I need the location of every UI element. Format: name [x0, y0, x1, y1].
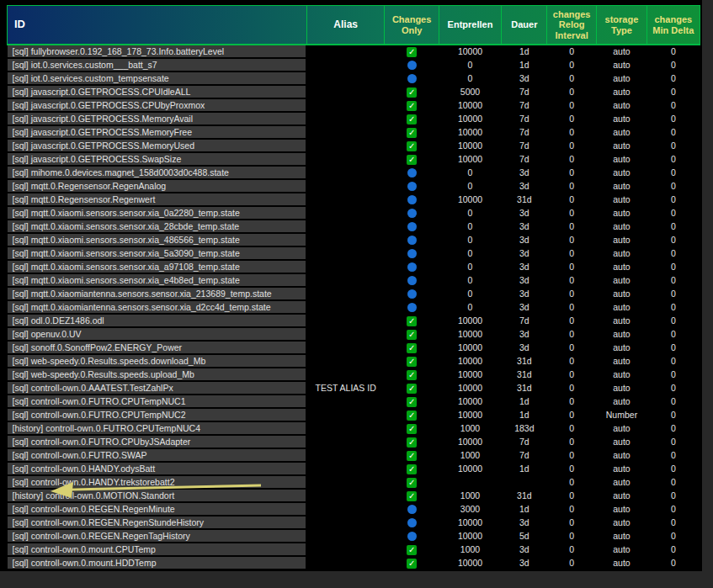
enabled-check-icon[interactable]: ✓ [407, 155, 417, 165]
enabled-check-icon[interactable]: ✓ [407, 384, 417, 394]
table-row[interactable]: [sql] javascript.0.GETPROCESS.CPUIdleALL… [8, 85, 700, 98]
enabled-check-icon[interactable]: ✓ [407, 141, 417, 151]
enabled-dot-icon[interactable] [407, 262, 417, 272]
table-row[interactable]: [sql] javascript.0.GETPROCESS.MemoryAvai… [8, 112, 700, 125]
enabled-dot-icon[interactable] [407, 209, 417, 218]
page: ID Alias Changes Only Entprellen Dauer c… [0, 0, 713, 588]
table-row[interactable]: [sql] controll-own.0.AAATEST.TestZahlPxT… [8, 381, 700, 395]
enabled-dot-icon[interactable] [407, 168, 417, 177]
table-row[interactable]: [sql] controll-own.0.REGEN.RegenStundeHi… [8, 516, 700, 529]
table-row[interactable]: [sql] odl.0.DEZ1486.odl✓100007d0auto0 [8, 314, 700, 327]
enabled-check-icon[interactable]: ✓ [407, 330, 417, 340]
enabled-dot-icon[interactable] [407, 222, 417, 231]
storage-type-cell: auto [596, 381, 646, 395]
enabled-check-icon[interactable]: ✓ [407, 451, 417, 461]
table-row[interactable]: [sql] javascript.0.GETPROCESS.MemoryUsed… [8, 139, 700, 152]
datapoint-id: [sql] javascript.0.GETPROCESS.MemoryFree [8, 125, 307, 139]
enabled-check-icon[interactable]: ✓ [407, 464, 417, 474]
enabled-check-icon[interactable]: ✓ [407, 316, 417, 326]
table-row[interactable]: [sql] controll-own.0.FUTRO.CPUbyJSAdapte… [8, 435, 700, 448]
table-row[interactable]: [sql] iot.0.services.custom_tempsensate0… [8, 72, 700, 85]
table-row[interactable]: [sql] fullybrowser.0.192_168_178_73.Info… [8, 45, 700, 58]
enabled-dot-icon[interactable] [407, 276, 417, 285]
table-row[interactable]: [sql] controll-own.0.REGEN.RegenTagHisto… [8, 529, 700, 543]
enabled-dot-icon[interactable] [407, 518, 417, 527]
changes-only-cell [385, 516, 439, 529]
enabled-check-icon[interactable]: ✓ [407, 491, 417, 501]
entprellen-cell: 10000 [439, 462, 501, 475]
dauer-cell: 3d [502, 220, 547, 233]
entprellen-cell: 10000 [439, 112, 501, 125]
table-row[interactable]: [sql] mqtt.0.xiaomi.sensors.sensor.xia_a… [8, 260, 700, 273]
table-row[interactable]: [sql] mqtt.0.xiaomi.sensors.sensor.xia_2… [8, 220, 700, 233]
enabled-check-icon[interactable]: ✓ [407, 437, 417, 448]
enabled-check-icon[interactable]: ✓ [407, 478, 417, 488]
enabled-dot-icon[interactable] [407, 236, 417, 245]
enabled-dot-icon[interactable] [407, 289, 417, 299]
datapoint-id: [sql] mqtt.0.xiaomi.sensors.sensor.xia_a… [8, 260, 307, 273]
table-row[interactable]: [sql] mqtt.0.xiaomiantenna.sensors.senso… [8, 300, 700, 314]
table-row[interactable]: [sql] web-speedy.0.Results.speeds.downlo… [8, 354, 700, 368]
enabled-check-icon[interactable]: ✓ [407, 424, 417, 434]
enabled-dot-icon[interactable] [407, 61, 417, 70]
enabled-check-icon[interactable]: ✓ [407, 128, 417, 138]
table-row[interactable]: [sql] javascript.0.GETPROCESS.SwapSize✓1… [8, 152, 700, 166]
table-row[interactable]: [sql] javascript.0.GETPROCESS.MemoryFree… [8, 125, 700, 139]
table-row[interactable]: [sql] controll-own.0.HANDY.odysBatt✓1000… [8, 462, 700, 475]
table-row[interactable]: [sql] javascript.0.GETPROCESS.CPUbyProxm… [8, 98, 700, 112]
dauer-cell: 31d [502, 354, 547, 368]
enabled-dot-icon[interactable] [407, 182, 417, 191]
enabled-check-icon[interactable]: ✓ [407, 47, 417, 57]
table-row[interactable]: [sql] iot.0.services.custom___batt_s701d… [8, 58, 700, 72]
enabled-dot-icon[interactable] [407, 532, 417, 541]
enabled-check-icon[interactable]: ✓ [407, 411, 417, 421]
dauer-cell: 3d [502, 287, 547, 300]
enabled-dot-icon[interactable] [407, 74, 417, 83]
table-row[interactable]: [sql] mqtt.0.xiaomi.sensors.sensor.xia_4… [8, 233, 700, 246]
enabled-check-icon[interactable]: ✓ [407, 357, 417, 367]
table-row[interactable]: [history] controll-own.0.MOTION.Standort… [8, 489, 700, 502]
table-row[interactable]: [sql] controll-own.0.REGEN.RegenMinute30… [8, 502, 700, 516]
storage-type-cell: auto [596, 489, 646, 502]
table-row[interactable]: [sql] controll-own.0.mount.CPUTemp✓10003… [8, 543, 700, 556]
datapoint-id: [sql] mqtt.0.Regensensor.RegenAnalog [8, 179, 307, 193]
table-row[interactable]: [sql] controll-own.0.HANDY.trekstorebatt… [8, 475, 700, 489]
table-row[interactable]: [sql] mqtt.0.xiaomi.sensors.sensor.xia_e… [8, 273, 700, 287]
min-delta-cell: 0 [647, 233, 700, 246]
relog-interval-cell: 0 [547, 556, 596, 569]
table-row[interactable]: [sql] mihome.0.devices.magnet_158d0003d0… [8, 166, 700, 179]
enabled-check-icon[interactable]: ✓ [407, 101, 417, 111]
table-row[interactable]: [sql] mqtt.0.xiaomi.sensors.sensor.xia_0… [8, 206, 700, 220]
enabled-check-icon[interactable]: ✓ [407, 87, 417, 98]
enabled-dot-icon[interactable] [407, 505, 417, 514]
dauer-cell: 5d [502, 529, 547, 543]
enabled-dot-icon[interactable] [407, 303, 417, 312]
alias-cell [306, 327, 385, 341]
table-row[interactable]: [sql] openuv.0.UV✓100003d0auto0 [8, 327, 700, 341]
enabled-check-icon[interactable]: ✓ [407, 114, 417, 124]
relog-interval-cell: 0 [547, 543, 596, 556]
enabled-check-icon[interactable]: ✓ [407, 559, 417, 569]
table-row[interactable]: [sql] controll-own.0.mount.HDDTemp✓10000… [8, 556, 700, 569]
enabled-dot-icon[interactable] [407, 249, 417, 258]
enabled-check-icon[interactable]: ✓ [407, 545, 417, 555]
enabled-check-icon[interactable]: ✓ [407, 370, 417, 380]
enabled-check-icon[interactable]: ✓ [407, 397, 417, 407]
table-row[interactable]: [sql] mqtt.0.xiaomi.sensors.sensor.xia_5… [8, 246, 700, 260]
table-row[interactable]: [sql] mqtt.0.Regensensor.Regenwert100003… [8, 193, 700, 206]
table-row[interactable]: [history] controll-own.0.FUTRO.CPUTempNU… [8, 421, 700, 435]
table-row[interactable]: [sql] controll-own.0.FUTRO.CPUTempNUC1✓1… [8, 395, 700, 408]
table-row[interactable]: [sql] mqtt.0.xiaomiantenna.sensors.senso… [8, 287, 700, 300]
table-row[interactable]: [sql] controll-own.0.FUTRO.SWAP✓10007d0a… [8, 448, 700, 462]
table-row[interactable]: [sql] sonoff.0.SonoffPow2.ENERGY_Power✓1… [8, 341, 700, 354]
alias-cell [306, 354, 385, 368]
dauer-cell [502, 475, 547, 489]
enabled-dot-icon[interactable] [407, 195, 417, 204]
table-row[interactable]: [sql] mqtt.0.Regensensor.RegenAnalog03d0… [8, 179, 700, 193]
alias-cell [306, 475, 385, 489]
datapoint-id: [sql] fullybrowser.0.192_168_178_73.Info… [8, 45, 307, 58]
entprellen-cell: 10000 [439, 408, 501, 421]
table-row[interactable]: [sql] web-speedy.0.Results.speeds.upload… [8, 368, 700, 381]
table-row[interactable]: [sql] controll-own.0.FUTRO.CPUTempNUC2✓1… [8, 408, 700, 421]
enabled-check-icon[interactable]: ✓ [407, 343, 417, 353]
